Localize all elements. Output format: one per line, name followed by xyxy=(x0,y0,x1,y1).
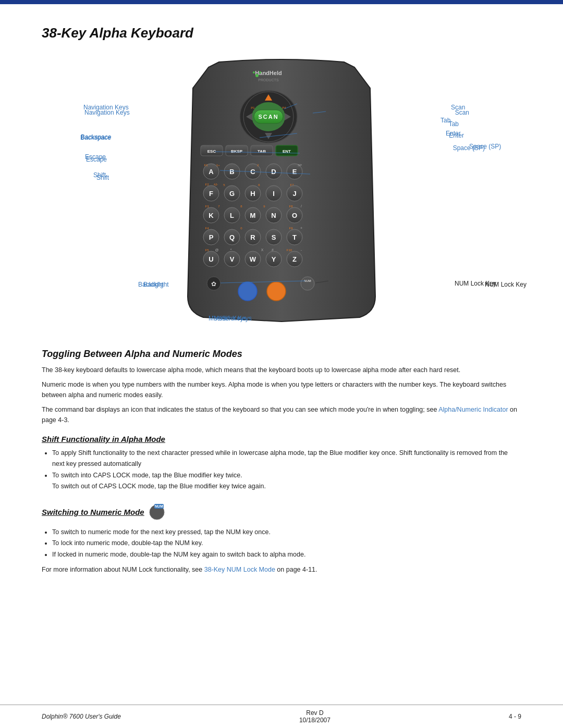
svg-text:F3: F3 xyxy=(205,205,209,208)
keyboard-section: Navigation Keys Backspace Escape Shift B… xyxy=(42,57,521,328)
svg-point-105 xyxy=(301,277,314,290)
svg-text:Q: Q xyxy=(229,233,235,241)
footer-center: Rev D 10/18/2007 xyxy=(299,709,331,724)
label-navigation-keys: Navigation Keys xyxy=(83,104,129,111)
svg-text:L: L xyxy=(230,212,234,219)
svg-text:@: @ xyxy=(215,248,218,252)
section1-heading: Toggling Between Alpha and Numeric Modes xyxy=(42,349,521,360)
svg-text:S: S xyxy=(272,233,276,241)
svg-text:N: N xyxy=(271,212,276,219)
svg-text:+: + xyxy=(300,226,302,230)
section1-para3: The command bar displays an icon that in… xyxy=(42,404,521,425)
svg-point-4 xyxy=(259,71,261,73)
label-tab: Tab xyxy=(440,117,450,124)
section1-para1: The 38-key keyboard defaults to lowercas… xyxy=(42,365,521,375)
svg-text:I: I xyxy=(273,190,275,198)
svg-text:A: A xyxy=(209,168,214,176)
svg-point-104 xyxy=(267,282,286,301)
label-space-sp: Space (SP) xyxy=(469,143,501,150)
section1-para2: Numeric mode is when you type numbers wi… xyxy=(42,379,521,400)
page-title: 38-Key Alpha Keyboard xyxy=(42,25,521,41)
svg-text:U: U xyxy=(209,255,213,263)
svg-text:H: H xyxy=(250,190,255,198)
svg-text:F1: F1 xyxy=(204,164,208,167)
subsection2-bullet1: To switch to numeric mode for the next k… xyxy=(52,527,521,538)
svg-text:V: V xyxy=(230,255,235,263)
svg-point-103 xyxy=(238,282,257,301)
subsection2-footer-note: For more information about NUM Lock func… xyxy=(42,564,521,575)
svg-text:P1: P1 xyxy=(251,106,255,109)
svg-text:T: T xyxy=(292,233,297,241)
svg-text:P: P xyxy=(209,233,214,241)
keyboard-svg: HandHeld PRODUCTS SCAN xyxy=(172,57,391,323)
label-backspace: Backspace xyxy=(81,133,112,141)
svg-text:Z: Z xyxy=(292,255,297,263)
alpha-numeric-link[interactable]: Alpha/Numeric Indicator xyxy=(438,406,508,413)
svg-text:M: M xyxy=(250,212,256,219)
svg-text:4J-: 4J- xyxy=(214,183,218,186)
svg-text:J: J xyxy=(292,190,296,198)
svg-text:✿: ✿ xyxy=(211,280,216,288)
svg-text:F10: F10 xyxy=(287,249,292,252)
subsection2-bullet3: If locked in numeric mode, double-tap th… xyxy=(52,549,521,560)
svg-text:1+: 1+ xyxy=(216,164,220,167)
svg-text:/: / xyxy=(301,204,302,208)
svg-text:ESC: ESC xyxy=(207,149,216,154)
num-key-inline-icon: NUM xyxy=(147,501,167,523)
label-escape: Escape xyxy=(86,156,107,163)
svg-text:W: W xyxy=(250,255,256,263)
subsection2-heading: Switching to Numeric Mode xyxy=(42,508,144,516)
label-scan: Scan xyxy=(451,104,465,111)
subsection1-bullet1: To apply Shift functionality to the next… xyxy=(52,448,521,470)
svg-text:NUM: NUM xyxy=(304,279,311,282)
svg-text:F: F xyxy=(209,190,213,198)
svg-text:SP: SP xyxy=(298,164,302,167)
svg-text:B: B xyxy=(229,168,234,176)
svg-text:K: K xyxy=(209,212,214,219)
subsection2-bullet2: To lock into numeric mode, double-tap th… xyxy=(52,538,521,549)
svg-text:PRODUCTS: PRODUCTS xyxy=(258,78,279,82)
svg-text:F5: F5 xyxy=(205,249,209,252)
footer-right: 4 - 9 xyxy=(509,713,521,720)
label-modifier-keys: Modifier Keys xyxy=(214,315,252,322)
svg-text:NUM: NUM xyxy=(155,504,163,508)
svg-text:R: R xyxy=(250,233,255,241)
label-num-lock: NUM Lock Key xyxy=(485,281,527,288)
svg-text:HandHeld: HandHeld xyxy=(255,70,282,76)
svg-point-2 xyxy=(255,74,259,77)
top-bar xyxy=(0,0,563,4)
svg-text:P2: P2 xyxy=(266,97,271,101)
subsection1-bullets: To apply Shift functionality to the next… xyxy=(52,448,521,492)
keyboard-diagram-container: Navigation Keys Backspace Escape Shift B… xyxy=(42,57,521,328)
label-backlight: Backlight xyxy=(143,281,169,288)
svg-text:BKSP: BKSP xyxy=(231,149,243,154)
svg-text:F2: F2 xyxy=(205,183,209,186)
svg-text:TAB: TAB xyxy=(258,149,266,154)
subsection1-bullet2: To switch into CAPS LOCK mode, tap the B… xyxy=(52,470,521,492)
svg-text:G: G xyxy=(229,190,235,198)
svg-point-3 xyxy=(253,71,255,73)
subsection1-heading: Shift Functionality in Alpha Mode xyxy=(42,435,521,443)
svg-text:E: E xyxy=(292,168,297,176)
svg-text:X: X xyxy=(261,248,264,252)
svg-text:F4: F4 xyxy=(205,227,209,230)
svg-text:D: D xyxy=(271,168,276,176)
svg-text:O: O xyxy=(292,212,297,219)
subsection2-bullets: To switch to numeric mode for the next k… xyxy=(52,527,521,560)
svg-text:Y: Y xyxy=(272,255,276,263)
footer-left: Dolphin® 7600 User's Guide xyxy=(42,713,121,720)
label-shift: Shift xyxy=(96,174,109,181)
page-content: 38-Key Alpha Keyboard Navigation Keys Ba… xyxy=(0,4,563,610)
num-lock-mode-link[interactable]: 38-Key NUM Lock Mode xyxy=(204,566,275,573)
page-footer: Dolphin® 7600 User's Guide Rev D 10/18/2… xyxy=(0,705,563,728)
label-enter: Enter xyxy=(446,130,461,137)
svg-text:SCAN: SCAN xyxy=(258,114,278,120)
